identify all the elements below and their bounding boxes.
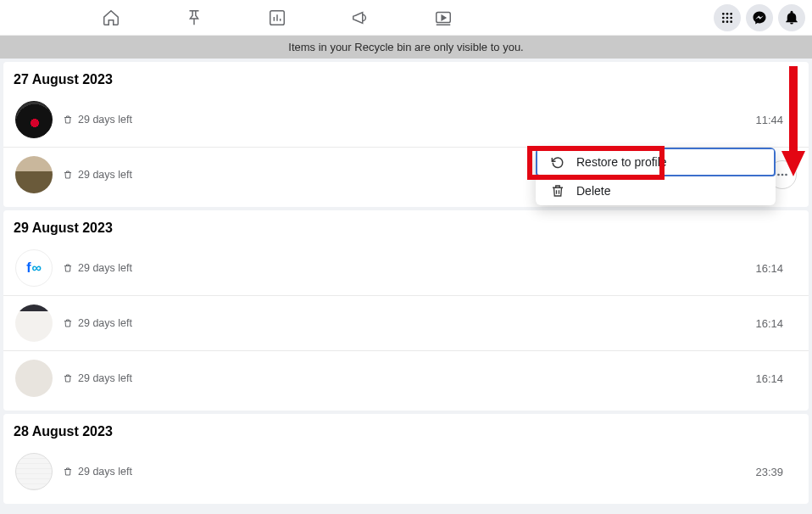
days-left-text: 29 days left (78, 114, 132, 126)
svg-point-13 (785, 174, 787, 176)
days-left-label: 29 days left (63, 114, 132, 126)
trash-icon (63, 115, 73, 125)
bell-icon[interactable] (778, 4, 805, 31)
date-header: 28 August 2023 (3, 414, 809, 444)
days-left-text: 29 days left (78, 169, 132, 181)
item-thumbnail[interactable] (15, 360, 53, 397)
item-thumbnail[interactable] (15, 304, 53, 342)
svg-point-12 (781, 174, 784, 176)
item-thumbnail[interactable] (15, 156, 53, 193)
svg-point-7 (730, 16, 732, 19)
messenger-icon[interactable] (746, 4, 773, 31)
nav-right (714, 4, 805, 31)
days-left-label: 29 days left (63, 466, 132, 478)
days-left-text: 29 days left (78, 262, 132, 274)
item-time: 16:14 (755, 372, 783, 385)
recycled-item-row: 29 days left 23:39 (3, 444, 809, 499)
days-left-label: 29 days left (63, 262, 132, 274)
trash-icon (63, 170, 73, 180)
apps-icon[interactable] (714, 4, 741, 31)
item-time: 11:44 (755, 114, 783, 126)
svg-point-10 (730, 20, 732, 23)
item-time: 23:39 (755, 466, 783, 478)
menu-item-label: Restore to profile (576, 155, 667, 169)
item-thumbnail[interactable]: f∞ (15, 249, 53, 287)
date-header: 29 August 2023 (3, 210, 809, 241)
restore-icon (549, 154, 566, 170)
date-section: 29 August 2023 f∞ 29 days left 16:14 29 … (3, 210, 809, 411)
item-time: 16:14 (755, 262, 783, 275)
days-left-text: 29 days left (78, 466, 132, 478)
svg-point-6 (726, 16, 729, 19)
svg-point-11 (777, 174, 780, 176)
svg-point-9 (726, 20, 729, 23)
svg-point-5 (722, 16, 725, 19)
top-nav (0, 0, 812, 36)
item-context-menu: Restore to profile Delete (536, 148, 776, 205)
recycled-item-row: f∞ 29 days left 16:14 (3, 241, 809, 296)
home-icon[interactable] (102, 8, 120, 27)
delete-option[interactable]: Delete (536, 176, 776, 205)
recycled-item-row: 29 days left 16:14 (3, 296, 809, 351)
days-left-text: 29 days left (78, 317, 132, 329)
recycled-item-row: 29 days left 16:14 (3, 351, 809, 405)
trash-icon (63, 318, 73, 328)
date-section: 28 August 2023 29 days left 23:39 (3, 414, 809, 504)
days-left-label: 29 days left (63, 372, 132, 384)
recycle-bin-banner: Items in your Recycle bin are only visib… (0, 36, 812, 59)
svg-point-3 (726, 13, 729, 15)
trash-icon (63, 263, 73, 273)
menu-item-label: Delete (576, 184, 610, 198)
svg-point-8 (722, 20, 725, 23)
svg-point-4 (730, 13, 732, 15)
insights-icon[interactable] (268, 8, 286, 27)
recycled-item-row: 29 days left 11:44 (3, 92, 809, 148)
item-thumbnail[interactable] (15, 101, 53, 138)
pin-icon[interactable] (185, 8, 203, 27)
trash-icon (63, 467, 73, 477)
date-header: 27 August 2023 (3, 62, 809, 92)
item-time: 16:14 (755, 317, 783, 330)
megaphone-icon[interactable] (351, 8, 370, 27)
days-left-label: 29 days left (63, 317, 132, 329)
item-thumbnail[interactable] (15, 453, 53, 490)
nav-left (102, 8, 453, 27)
days-left-text: 29 days left (78, 372, 132, 384)
svg-point-2 (722, 13, 725, 15)
trash-icon (549, 182, 566, 199)
restore-to-profile-option[interactable]: Restore to profile (536, 148, 776, 176)
video-icon[interactable] (434, 8, 453, 27)
trash-icon (63, 373, 73, 383)
days-left-label: 29 days left (63, 169, 132, 181)
